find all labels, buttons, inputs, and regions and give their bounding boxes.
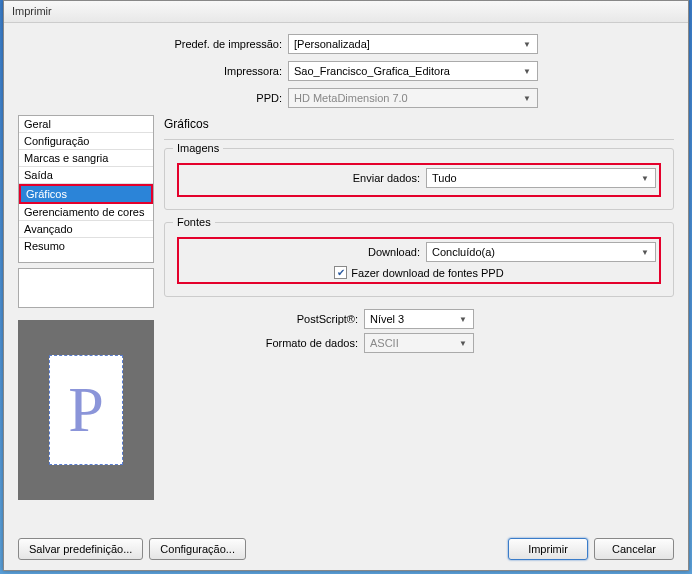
fonts-highlight: Download: Concluído(a) ▼ ✔ Fazer downloa… xyxy=(177,237,661,284)
window-title: Imprimir xyxy=(12,5,52,17)
postscript-value: Nível 3 xyxy=(370,313,404,325)
sidebar-info-panel xyxy=(18,268,154,308)
dataformat-label: Formato de dados: xyxy=(264,337,364,349)
download-label: Download: xyxy=(368,246,426,258)
sidebar-item-marcas[interactable]: Marcas e sangria xyxy=(19,150,153,167)
preview-page: P xyxy=(49,355,123,465)
images-legend: Imagens xyxy=(173,142,223,154)
divider xyxy=(164,139,674,140)
chevron-down-icon: ▼ xyxy=(638,245,652,259)
sidebar-item-saida[interactable]: Saída xyxy=(19,167,153,184)
chevron-down-icon: ▼ xyxy=(638,171,652,185)
printer-combo[interactable]: Sao_Francisco_Grafica_Editora ▼ xyxy=(288,61,538,81)
chevron-down-icon: ▼ xyxy=(520,64,534,78)
category-list[interactable]: Geral Configuração Marcas e sangria Saíd… xyxy=(18,115,154,263)
sidebar-item-graficos-highlight: Gráficos xyxy=(19,184,153,204)
preset-combo[interactable]: [Personalizada] ▼ xyxy=(288,34,538,54)
ppd-combo: HD MetaDimension 7.0 ▼ xyxy=(288,88,538,108)
sidebar-item-gerenciamento[interactable]: Gerenciamento de cores xyxy=(19,204,153,221)
sidebar: Geral Configuração Marcas e sangria Saíd… xyxy=(18,115,154,500)
chevron-down-icon: ▼ xyxy=(520,91,534,105)
printer-label: Impressora: xyxy=(148,65,288,77)
print-button[interactable]: Imprimir xyxy=(508,538,588,560)
save-preset-button[interactable]: Salvar predefinição... xyxy=(18,538,143,560)
dataformat-combo: ASCII ▼ xyxy=(364,333,474,353)
cancel-button[interactable]: Cancelar xyxy=(594,538,674,560)
main-panel: Gráficos Imagens Enviar dados: Tudo ▼ xyxy=(164,115,674,500)
preset-label: Predef. de impressão: xyxy=(148,38,288,50)
top-settings: Predef. de impressão: [Personalizada] ▼ … xyxy=(148,33,674,109)
fonts-group: Fontes Download: Concluído(a) ▼ ✔ Fazer … xyxy=(164,222,674,297)
print-dialog: Imprimir Predef. de impressão: [Personal… xyxy=(3,0,689,571)
sidebar-item-graficos[interactable]: Gráficos xyxy=(21,186,151,202)
postscript-label: PostScript®: xyxy=(264,313,364,325)
ppd-label: PPD: xyxy=(148,92,288,104)
page-preview: P xyxy=(18,320,154,500)
chevron-down-icon: ▼ xyxy=(456,312,470,326)
fonts-legend: Fontes xyxy=(173,216,215,228)
footer: Salvar predefinição... Configuração... I… xyxy=(18,538,674,560)
postscript-combo[interactable]: Nível 3 ▼ xyxy=(364,309,474,329)
preset-value: [Personalizada] xyxy=(294,38,370,50)
send-data-value: Tudo xyxy=(432,172,457,184)
dataformat-value: ASCII xyxy=(370,337,399,349)
ppd-fonts-checkbox-label: Fazer download de fontes PPD xyxy=(351,267,503,279)
send-data-label: Enviar dados: xyxy=(353,172,426,184)
preview-glyph: P xyxy=(68,373,104,447)
chevron-down-icon: ▼ xyxy=(520,37,534,51)
images-highlight: Enviar dados: Tudo ▼ xyxy=(177,163,661,197)
sidebar-item-resumo[interactable]: Resumo xyxy=(19,238,153,254)
sidebar-item-geral[interactable]: Geral xyxy=(19,116,153,133)
ppd-fonts-checkbox[interactable]: ✔ xyxy=(334,266,347,279)
sidebar-item-avancado[interactable]: Avançado xyxy=(19,221,153,238)
send-data-combo[interactable]: Tudo ▼ xyxy=(426,168,656,188)
section-heading: Gráficos xyxy=(164,117,674,131)
download-combo[interactable]: Concluído(a) ▼ xyxy=(426,242,656,262)
download-value: Concluído(a) xyxy=(432,246,495,258)
images-group: Imagens Enviar dados: Tudo ▼ xyxy=(164,148,674,210)
config-button[interactable]: Configuração... xyxy=(149,538,246,560)
sidebar-item-configuracao[interactable]: Configuração xyxy=(19,133,153,150)
ppd-value: HD MetaDimension 7.0 xyxy=(294,92,408,104)
titlebar: Imprimir xyxy=(4,1,688,23)
chevron-down-icon: ▼ xyxy=(456,336,470,350)
printer-value: Sao_Francisco_Grafica_Editora xyxy=(294,65,450,77)
